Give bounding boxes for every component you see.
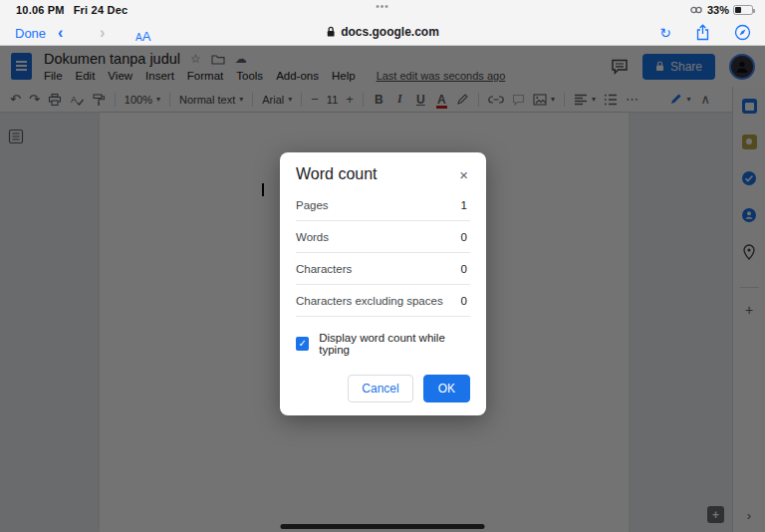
ok-button[interactable]: OK: [423, 375, 470, 402]
battery-percent: 33%: [707, 4, 729, 16]
share-sheet-icon[interactable]: [695, 24, 710, 41]
dialog-title: Word count: [296, 165, 378, 183]
battery-icon: [733, 5, 753, 15]
stat-row-characters-excl-spaces: Characters excluding spaces 0: [296, 285, 470, 317]
safari-toolbar: Done ‹ › AA docs.google.com ↻: [0, 22, 765, 46]
status-time: 10.06 PM: [16, 4, 65, 16]
close-icon[interactable]: ×: [457, 167, 470, 182]
url-text: docs.google.com: [341, 25, 439, 39]
back-icon[interactable]: ‹: [58, 24, 63, 42]
safari-compass-icon[interactable]: [734, 24, 751, 41]
stat-row-pages: Pages 1: [296, 189, 470, 221]
done-button[interactable]: Done: [15, 26, 46, 41]
display-word-count-checkbox[interactable]: ✓: [296, 337, 309, 351]
ipad-status-bar: 10.06 PM Fri 24 Dec ••• 33%: [0, 0, 765, 22]
stat-row-characters: Characters 0: [296, 253, 470, 285]
checkbox-label: Display word count while typing: [319, 332, 470, 356]
text-size-button[interactable]: AA: [135, 27, 150, 45]
lock-icon: [326, 26, 336, 38]
refresh-icon[interactable]: ↻: [659, 25, 671, 41]
docs-web-content: Dokumen tanpa judul ☆ ☁ File Edit View I…: [0, 46, 765, 532]
stat-row-words: Words 0: [296, 221, 470, 253]
forward-icon[interactable]: ›: [100, 24, 105, 42]
multitask-dots-icon[interactable]: •••: [376, 1, 389, 12]
status-time-date: 10.06 PM Fri 24 Dec: [16, 4, 128, 16]
status-date: Fri 24 Dec: [74, 4, 128, 16]
charging-status-icon: [689, 5, 703, 15]
word-count-dialog: Word count × Pages 1 Words 0 Characters …: [280, 152, 486, 415]
home-indicator[interactable]: [281, 524, 485, 529]
address-bar[interactable]: docs.google.com: [326, 25, 439, 39]
cancel-button[interactable]: Cancel: [348, 375, 412, 402]
